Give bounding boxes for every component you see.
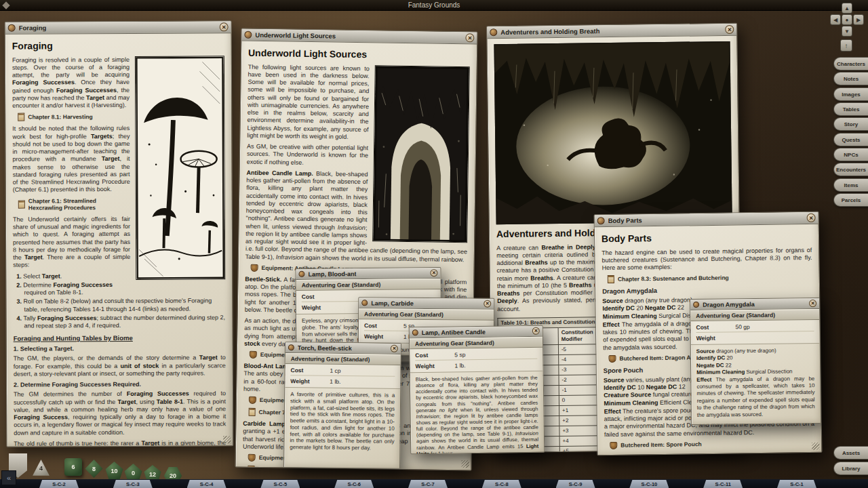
close-icon[interactable]: ×: [807, 214, 816, 222]
window-titlebar[interactable]: Lamp, Carbide ×: [359, 298, 494, 309]
close-icon[interactable]: ×: [725, 25, 734, 34]
hotkey-tab[interactable]: S-C-2: [39, 480, 79, 488]
weight-label: Weight: [364, 333, 403, 340]
resize-grip[interactable]: [223, 436, 231, 443]
pan-left-icon[interactable]: ◀: [830, 14, 841, 25]
list-item: 2. Determine Foraging Successes required…: [13, 281, 225, 297]
field-row: Cost 1 cp: [290, 365, 395, 377]
hotkey-tab[interactable]: S-C-8: [482, 480, 521, 488]
sidebar-item-assets[interactable]: Assets: [833, 446, 868, 460]
item-icon: [248, 454, 256, 462]
sidebar-item-library[interactable]: Library: [833, 462, 868, 475]
sidebar-item-quests[interactable]: Quests: [833, 133, 868, 146]
window-titlebar[interactable]: Torch, Beetle-stick ×: [285, 342, 401, 354]
hotkey-tab[interactable]: S-C-7: [408, 480, 448, 488]
close-icon[interactable]: ×: [465, 33, 474, 42]
die-face: 6: [71, 464, 75, 470]
item-link-spore-pouch[interactable]: Butchered Item: Spore Pouch: [610, 439, 814, 449]
paragraph: The GM, the players, or the demands of t…: [14, 354, 226, 378]
cost-label: Cost: [364, 322, 403, 329]
item-property: Effect The amygdala of a dragon may be c…: [691, 375, 821, 419]
window-titlebar[interactable]: Dragon Amygdala ×: [690, 298, 819, 310]
resize-grip[interactable]: [812, 443, 819, 450]
sidebar-item-npcs[interactable]: NPCs: [833, 148, 868, 161]
item-icon: [608, 355, 616, 363]
link-label: Butchered Item: Spore Pouch: [620, 441, 702, 449]
resize-grip[interactable]: [462, 460, 469, 468]
hotkey-tab[interactable]: S-C-3: [113, 480, 153, 488]
hotkey-tab[interactable]: S-C-6: [334, 480, 374, 488]
item-record-icon: [361, 300, 368, 306]
sub-step-heading: 2. Determine Foraging Successes Required…: [14, 380, 226, 389]
sidebar-item-tables[interactable]: Tables: [833, 102, 868, 116]
window-title: Lamp, Antibee Candle: [422, 328, 486, 336]
die-face: 0: [132, 470, 135, 476]
close-icon[interactable]: ×: [391, 345, 398, 352]
die-d6[interactable]: 6: [64, 458, 82, 476]
item-icon: [250, 351, 257, 359]
die-d4[interactable]: 4: [32, 459, 50, 477]
pan-down-icon[interactable]: ▼: [842, 26, 852, 37]
close-icon[interactable]: ×: [484, 300, 491, 308]
pan-right-icon[interactable]: ▶: [853, 14, 864, 25]
cost-value[interactable]: 1 cp: [330, 367, 340, 373]
fantasy-grounds-desktop: Fantasy Grounds ▲ ◀ ● ▶ ▼ ↑ Characters N…: [0, 0, 868, 488]
hotkey-tab[interactable]: S-C-10: [629, 480, 669, 488]
story-link-chapter-8-3[interactable]: Chapter 8.3: Sustenance and Butchering: [608, 272, 812, 283]
pan-center-icon[interactable]: ●: [842, 14, 852, 25]
close-icon[interactable]: ×: [532, 327, 540, 335]
collapse-ui-icon[interactable]: ↑: [840, 39, 852, 52]
item-description: A favorite of primitive cultures, this i…: [284, 388, 400, 455]
close-icon[interactable]: ×: [430, 269, 437, 277]
book-icon: [248, 466, 254, 470]
close-icon[interactable]: ×: [220, 22, 229, 31]
weight-label: Weight: [302, 304, 341, 311]
popup-torch-beetle-stick: Torch, Beetle-stick × Adventuring Gear (…: [283, 342, 401, 469]
field-row: Cost 50 gp: [696, 321, 814, 333]
sidebar-item-items[interactable]: Items: [833, 178, 868, 192]
chat-corner-button[interactable]: [1, 470, 16, 485]
die-face: 20: [170, 472, 176, 479]
hotkey-tab[interactable]: S-C-4: [187, 480, 226, 488]
pan-up-icon[interactable]: ▲: [842, 3, 852, 14]
story-icon: [490, 28, 497, 36]
item-record-icon: [693, 302, 699, 308]
hotkey-tab[interactable]: S-C-1: [777, 480, 816, 488]
sidebar-item-story[interactable]: Story: [833, 117, 868, 131]
hotkey-strip: S-C-2 S-C-3 S-C-4 S-C-5 S-C-6 S-C-7 S-C-…: [0, 479, 868, 488]
page-title: Body Parts: [601, 230, 812, 245]
story-link-harvesting[interactable]: Chapter 8.1: Harvesting: [18, 113, 130, 121]
sidebar-item-parcels[interactable]: Parcels: [833, 193, 868, 207]
item-fields: Cost 50 gp Weight: [690, 320, 819, 345]
book-icon: [18, 113, 24, 121]
sidebar-item-characters[interactable]: Characters: [833, 57, 868, 70]
cost-value[interactable]: 50 gp: [735, 323, 749, 330]
hotkey-tab[interactable]: S-C-9: [556, 480, 595, 488]
story-link-hexcrawling[interactable]: Chapter 6.1: Streamlined Hexcrawling Pro…: [18, 197, 130, 211]
sidebar-item-images[interactable]: Images: [833, 87, 868, 101]
die-d8[interactable]: 8: [85, 460, 103, 478]
cost-value[interactable]: 5 sp: [454, 351, 465, 358]
link-label: Chapter 8.3: Sustenance and Butchering: [618, 274, 729, 283]
die-face: 4: [39, 465, 43, 472]
app-menu-icon[interactable]: [2, 1, 9, 9]
item-record-icon: [288, 344, 294, 350]
window-title: Adventurers and Holding Breath: [500, 27, 599, 36]
close-icon[interactable]: ×: [809, 300, 816, 307]
weight-label: Weight: [415, 362, 454, 369]
weight-value[interactable]: 1 lb.: [330, 378, 340, 384]
weight-value[interactable]: 1 lb.: [454, 362, 465, 369]
field-row: Weight: [696, 331, 814, 343]
sidebar-item-notes[interactable]: Notes: [833, 72, 868, 85]
hotkey-row: S-C-2 S-C-3 S-C-4 S-C-5 S-C-6 S-C-7 S-C-…: [39, 480, 816, 488]
hotkey-tab[interactable]: S-C-5: [260, 480, 300, 488]
die-d10[interactable]: 10: [105, 462, 123, 480]
window-titlebar[interactable]: Foraging ×: [5, 21, 231, 34]
sidebar-item-encounters[interactable]: Encounters: [833, 163, 868, 176]
window-title: Underworld Light Sources: [255, 31, 336, 40]
window-titlebar[interactable]: Lamp, Blood-ant ×: [296, 268, 440, 280]
entry-name: Dragon Amygdala: [602, 285, 812, 296]
hotkey-tab[interactable]: S-C-11: [703, 480, 743, 488]
list-item: 4. Tally Foraging Successes; subtract th…: [14, 314, 226, 330]
book-icon: [249, 408, 256, 416]
